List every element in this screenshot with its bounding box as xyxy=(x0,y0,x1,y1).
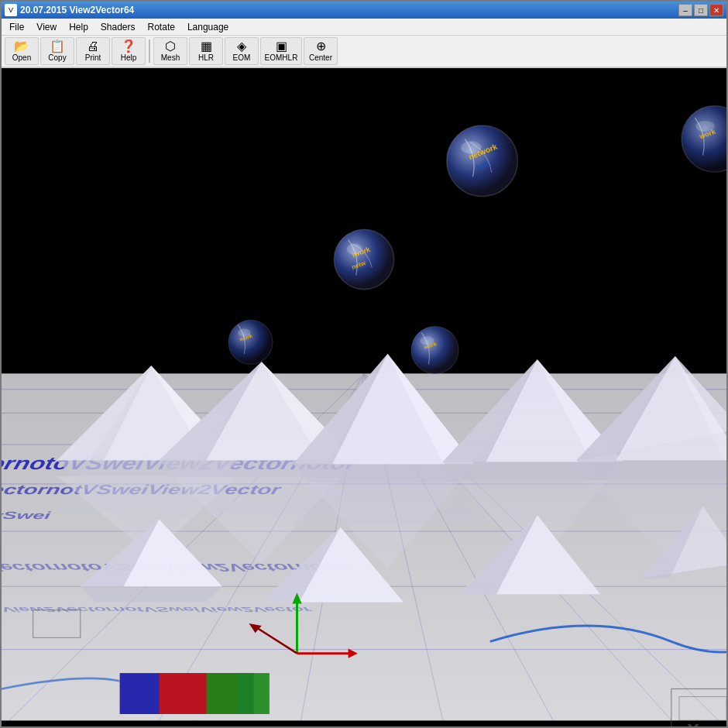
eom-icon: ◈ xyxy=(237,40,246,53)
menu-file[interactable]: File xyxy=(3,20,30,34)
svg-text:View2VectornotVSweiView2Vector: View2VectornotVSweiView2Vector xyxy=(2,606,314,613)
print-button[interactable]: 🖨 Print xyxy=(76,37,110,65)
toolbar: 📂 Open 📋 Copy 🖨 Print ❓ Help ⬡ Mesh ▦ HL… xyxy=(2,36,726,68)
svg-point-89 xyxy=(461,141,481,153)
copy-icon: 📋 xyxy=(50,40,65,53)
app-icon: V xyxy=(5,4,17,16)
toolbar-separator-1 xyxy=(149,39,150,63)
eomhlr-button[interactable]: ▣ EOMHLR xyxy=(260,37,302,65)
print-icon: 🖨 xyxy=(87,40,99,53)
hlr-label: HLR xyxy=(198,53,214,62)
help-icon: ❓ xyxy=(121,40,136,53)
help-button[interactable]: ❓ Help xyxy=(112,37,146,65)
open-label: Open xyxy=(12,53,31,62)
copy-button[interactable]: 📋 Copy xyxy=(40,37,74,65)
canvas-area[interactable]: View2VectornotoVSweiView2Vectornotor Vie… xyxy=(2,68,726,726)
menu-shaders[interactable]: Shaders xyxy=(94,20,142,34)
svg-point-76 xyxy=(347,244,362,255)
mesh-button[interactable]: ⬡ Mesh xyxy=(153,37,187,65)
svg-rect-102 xyxy=(207,673,270,714)
open-button[interactable]: 📂 Open xyxy=(5,37,39,65)
eomhlr-label: EOMHLR xyxy=(265,53,298,62)
center-label: Center xyxy=(309,53,332,62)
eom-label: EOM xyxy=(233,53,251,62)
menu-view[interactable]: View xyxy=(30,20,63,34)
svg-point-80 xyxy=(238,328,250,336)
copy-label: Copy xyxy=(48,53,66,62)
window-controls: – □ ✕ xyxy=(678,4,723,16)
svg-point-93 xyxy=(695,121,714,132)
svg-text:x: x xyxy=(687,716,699,726)
hlr-button[interactable]: ▦ HLR xyxy=(189,37,223,65)
menu-help[interactable]: Help xyxy=(63,20,94,34)
title-bar-left: V 20.07.2015 View2Vector64 xyxy=(5,4,134,16)
eomhlr-icon: ▣ xyxy=(276,40,287,53)
hlr-icon: ▦ xyxy=(201,40,212,53)
maximize-button[interactable]: □ xyxy=(694,4,708,16)
svg-marker-63 xyxy=(81,586,222,602)
help-label: Help xyxy=(121,53,137,62)
center-button[interactable]: ⊕ Center xyxy=(304,37,338,65)
scene-svg: View2VectornotoVSweiView2Vectornotor Vie… xyxy=(2,68,726,726)
mesh-icon: ⬡ xyxy=(165,40,176,53)
mesh-label: Mesh xyxy=(161,53,180,62)
application-window: V 20.07.2015 View2Vector64 – □ ✕ File Vi… xyxy=(0,0,728,728)
center-icon: ⊕ xyxy=(316,40,326,53)
menu-language[interactable]: Language xyxy=(181,20,235,34)
svg-text:View2VectorSwei: View2VectorSwei xyxy=(2,510,53,521)
title-bar: V 20.07.2015 View2Vector64 – □ ✕ xyxy=(2,2,726,19)
close-button[interactable]: ✕ xyxy=(709,4,723,16)
minimize-button[interactable]: – xyxy=(678,4,692,16)
print-label: Print xyxy=(85,53,101,62)
menu-bar: File View Help Shaders Rotate Language xyxy=(2,19,726,36)
open-icon: 📂 xyxy=(14,40,29,53)
menu-rotate[interactable]: Rotate xyxy=(142,20,181,34)
eom-button[interactable]: ◈ EOM xyxy=(225,37,259,65)
svg-point-84 xyxy=(420,336,434,345)
window-title: 20.07.2015 View2Vector64 xyxy=(20,5,134,15)
